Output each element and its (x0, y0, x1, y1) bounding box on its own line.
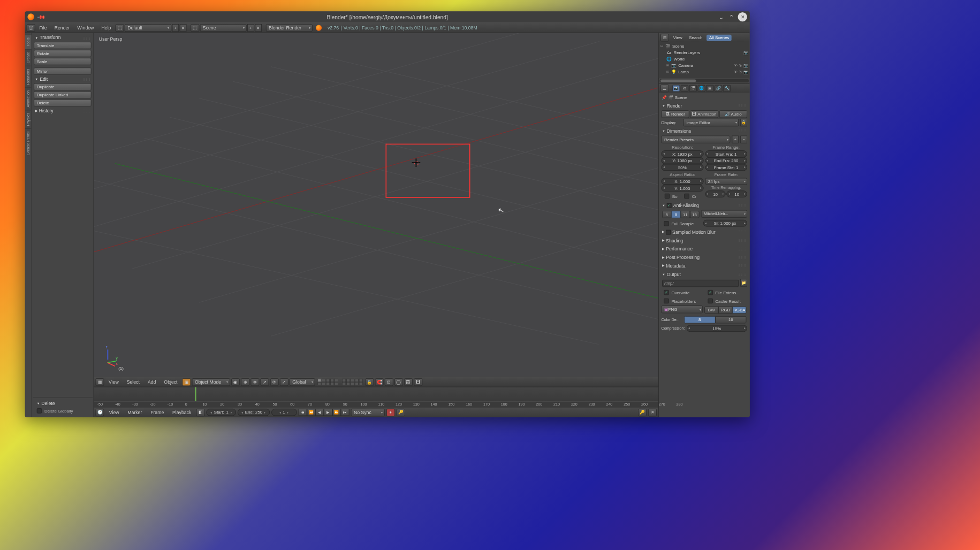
tooltab-animation[interactable]: Animation (25, 87, 32, 110)
render-preview-icon[interactable]: 🖼 (404, 378, 413, 386)
tab-scene[interactable]: 🎬 (689, 85, 697, 92)
orientation-dropdown[interactable]: Global (290, 378, 315, 386)
editor-type-properties-icon[interactable]: ☰ (660, 85, 669, 92)
tab-render[interactable]: 📷 (672, 85, 680, 92)
pin-icon[interactable]: 📌 (36, 12, 45, 21)
restrict-icon[interactable]: 📷 (743, 70, 748, 74)
aa-8-button[interactable]: 8 (671, 211, 680, 218)
tree-row[interactable]: 🗂RenderLayers📷 (660, 49, 748, 56)
restrict-icon[interactable]: 🖱 (739, 63, 742, 67)
minimize-icon[interactable]: ⌄ (718, 13, 725, 20)
scale-button[interactable]: Scale (34, 58, 91, 65)
range-icon[interactable]: ◧ (196, 409, 205, 416)
mode-rgba-button[interactable]: RGBA (732, 307, 746, 314)
restrict-icon[interactable]: 📷 (743, 63, 748, 67)
play-button[interactable]: ▶ (324, 409, 332, 416)
menu-object[interactable]: Object (161, 379, 181, 384)
menu-view[interactable]: View (105, 379, 122, 384)
mirror-button[interactable]: Mirror (34, 67, 91, 74)
remap-new-field[interactable]: 10 (726, 190, 747, 197)
crop-checkbox[interactable]: Cr (682, 192, 699, 200)
render-presets-dropdown[interactable]: Render Presets (662, 136, 731, 143)
render-engine-dropdown[interactable]: Blender Render (266, 24, 313, 32)
panel-transform-header[interactable]: Transform⋮⋮⋮ (33, 34, 93, 41)
panel-render-header[interactable]: Render⋮⋮⋮ (660, 102, 748, 109)
outliner-search[interactable]: Search (687, 34, 705, 41)
editor-type-3dview-icon[interactable]: ▦ (96, 378, 104, 386)
maximize-icon[interactable]: ⌃ (728, 13, 735, 20)
delete-layout-button[interactable]: ✕ (179, 24, 186, 32)
shading-dropdown[interactable]: ◉ (231, 378, 240, 386)
framerate-dropdown[interactable]: 24 fps (705, 178, 747, 185)
mode-bw-button[interactable]: BW (704, 307, 718, 314)
layer-buttons-2[interactable] (342, 378, 363, 385)
pin-icon[interactable]: 📌 (662, 95, 666, 100)
tab-object[interactable]: ▣ (706, 85, 713, 92)
tree-row[interactable]: 🌐World (660, 56, 748, 62)
frame-start-field[interactable]: Start Fra: 1 (705, 150, 747, 157)
render-anim-icon[interactable]: 🎞 (414, 378, 422, 386)
restrict-icon[interactable]: 📷 (743, 50, 748, 55)
file-ext-checkbox[interactable]: ✓File Extens... (705, 289, 747, 296)
expand-icon[interactable]: ⊞ (666, 70, 670, 73)
mode-dropdown[interactable]: Object Mode (192, 378, 230, 386)
resolution-y-field[interactable]: Y: 1080 px (662, 157, 704, 164)
aa-11-button[interactable]: 11 (681, 211, 690, 218)
filter-size-field[interactable]: Si: 1.000 px (703, 220, 747, 227)
manip-translate-icon[interactable]: ↗ (260, 378, 269, 386)
display-dropdown[interactable]: Image Editor (683, 119, 739, 126)
current-frame-field[interactable]: 1 (271, 409, 297, 416)
play-reverse-button[interactable]: ◀ (315, 409, 324, 416)
tree-row[interactable]: ⊞💡Lamp👁🖱📷 (660, 68, 748, 75)
render-button[interactable]: 🖼Render (662, 110, 689, 118)
end-frame-field[interactable]: End:250 (238, 409, 269, 416)
expand-icon[interactable]: ⊟ (660, 44, 664, 48)
tooltab-tools[interactable]: Tools (25, 35, 32, 49)
menu-help[interactable]: Help (98, 25, 115, 30)
start-frame-field[interactable]: Start:1 (207, 409, 236, 416)
tooltab-create[interactable]: Create (25, 49, 32, 66)
tab-render-layers[interactable]: 🗂 (681, 85, 688, 92)
titlebar[interactable]: 📌 Blender* [/home/sergiy/Документы/untit… (25, 11, 750, 22)
panel-aa-header[interactable]: ✓Anti-Aliasing⋮⋮⋮ (660, 202, 748, 209)
panel-postprocess-header[interactable]: Post Processing⋮⋮⋮ (660, 254, 748, 261)
aspect-y-field[interactable]: Y: 1.000 (662, 185, 704, 192)
restrict-icon[interactable]: 👁 (734, 70, 738, 74)
editor-type-timeline-icon[interactable]: 🕐 (96, 409, 104, 416)
overwrite-checkbox[interactable]: ✓Overwrite (662, 289, 704, 296)
tree-row[interactable]: ⊞📷Camera👁🖱📷 (660, 62, 748, 68)
menu-render[interactable]: Render (51, 25, 73, 30)
timeline-canvas[interactable] (94, 387, 658, 401)
layer-buttons[interactable] (317, 378, 338, 385)
panel-history-header[interactable]: History⋮⋮⋮ (33, 107, 93, 114)
add-layout-button[interactable]: + (172, 24, 179, 32)
panel-dimensions-header[interactable]: Dimensions⋮⋮⋮ (660, 127, 748, 135)
timeline-ruler[interactable]: -50-40-30-20-100102030405060708090100110… (94, 401, 658, 408)
animation-button[interactable]: 🎞Animation (690, 110, 718, 118)
keyframe-prev-button[interactable]: ⏪ (307, 409, 315, 416)
tooltab-physics[interactable]: Physics (25, 110, 32, 128)
insert-keyframe-icon[interactable]: 🔑 (638, 409, 647, 416)
editor-type-outliner-icon[interactable]: ⊟ (660, 34, 669, 41)
panel-metadata-header[interactable]: Metadata⋮⋮⋮ (660, 262, 748, 270)
aa-filter-dropdown[interactable]: Mitchell-Netr... (701, 210, 747, 218)
panel-output-header[interactable]: Output⋮⋮⋮ (660, 271, 748, 278)
menu-add[interactable]: Add (145, 379, 159, 384)
mode-icon[interactable]: ▣ (182, 378, 191, 386)
screen-layout-dropdown[interactable]: Default (125, 24, 171, 32)
resolution-pct-field[interactable]: 50% (662, 164, 704, 171)
tooltab-relations[interactable]: Relations (25, 66, 32, 87)
close-icon[interactable]: ✕ (738, 12, 747, 21)
lock-camera-icon[interactable]: 🔒 (365, 378, 374, 386)
expand-icon[interactable]: ⊞ (666, 64, 670, 67)
outliner-filter[interactable]: All Scenes (706, 34, 732, 41)
outliner-tree[interactable]: ⊟🎬Scene🗂RenderLayers📷🌐World⊞📷Camera👁🖱📷⊞💡… (659, 42, 750, 78)
tooltab-grease[interactable]: Grease Pencil (25, 128, 32, 158)
aa-5-button[interactable]: 5 (662, 211, 671, 218)
preset-add-button[interactable]: + (732, 136, 739, 143)
translate-button[interactable]: Translate (34, 42, 91, 49)
keyframe-next-button[interactable]: ⏩ (332, 409, 341, 416)
menu-tl-marker[interactable]: Marker (124, 410, 146, 415)
menu-window[interactable]: Window (74, 25, 97, 30)
lock-ui-icon[interactable]: 🔒 (740, 119, 747, 126)
